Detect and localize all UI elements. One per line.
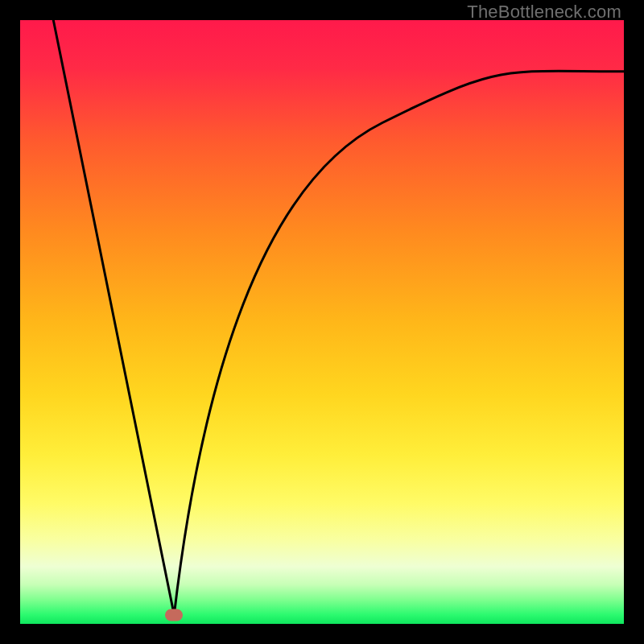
watermark-text: TheBottleneck.com	[467, 2, 621, 23]
bottleneck-curve	[20, 20, 624, 624]
chart-frame	[20, 20, 624, 624]
optimum-marker	[165, 609, 183, 621]
